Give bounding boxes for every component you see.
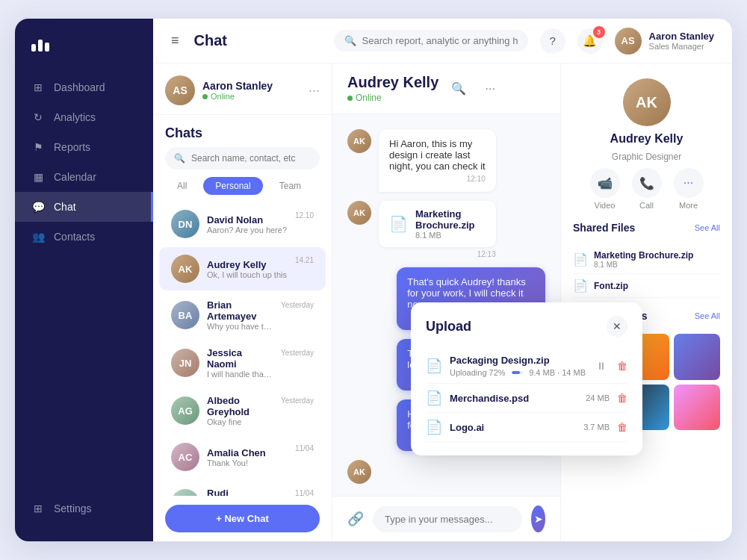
- message-text: Hi Aaron, this is my design i create las…: [389, 138, 486, 172]
- upload-filesize: 3.7 MB: [583, 423, 610, 432]
- shared-images-see-all[interactable]: See All: [695, 311, 720, 320]
- modal-title: Upload: [426, 319, 471, 335]
- file-info: Marketing Brochure.zip 8.1 MB: [415, 208, 486, 240]
- new-chat-button[interactable]: + New Chat: [165, 505, 320, 532]
- list-item[interactable]: JN Jessica Naomi I will handle that Aaro…: [159, 340, 326, 386]
- more-action[interactable]: ··· More: [674, 168, 704, 210]
- call-icon: 📞: [632, 168, 662, 198]
- user-more-button[interactable]: ···: [309, 83, 320, 99]
- notification-button[interactable]: 🔔 3: [577, 28, 603, 54]
- list-item[interactable]: BA Brian Artemayev Why you have that stu…: [159, 292, 326, 338]
- sidebar-item-dashboard[interactable]: ⊞ Dashboard: [15, 72, 153, 102]
- video-icon: 📹: [590, 168, 620, 198]
- sidebar-item-analytics[interactable]: ↻ Analytics: [15, 102, 153, 132]
- chat-tabs: All Personal Team: [153, 177, 332, 195]
- sidebar-bottom: ⊞ Settings: [15, 482, 153, 541]
- chat-item-preview: Ok, I will touch up this: [207, 270, 288, 279]
- upload-sizes: 9.4 MB · 14 MB: [529, 368, 586, 377]
- chat-items-list: DN David Nolan Aaron? Are you here? 12.1…: [153, 201, 332, 496]
- sidebar-item-contacts[interactable]: 👥 Contacts: [15, 222, 153, 252]
- search-input[interactable]: [362, 35, 518, 46]
- chat-item-preview: Okay fine: [207, 417, 273, 426]
- delete-upload-button[interactable]: 🗑: [617, 392, 627, 404]
- contact-actions: 📹 Video 📞 Call ··· More: [590, 168, 704, 210]
- send-button[interactable]: ➤: [531, 505, 545, 532]
- chat-icon: 💬: [31, 200, 45, 214]
- chat-avatar: AC: [171, 443, 199, 471]
- progress-bar-fill: [512, 371, 520, 374]
- sidebar-item-calendar[interactable]: ▦ Calendar: [15, 162, 153, 192]
- shared-image-thumb[interactable]: [674, 385, 720, 431]
- chat-header-actions: 🔍 ···: [447, 78, 501, 100]
- user-text: Aaron Stanley Sales Manager: [649, 31, 714, 51]
- chat-message-input[interactable]: [373, 506, 522, 532]
- upload-item: 📄 Merchandise.psd 24 MB 🗑: [426, 384, 627, 413]
- chat-avatar: BA: [171, 301, 199, 329]
- settings-icon: ⊞: [31, 502, 45, 515]
- shared-image-thumb[interactable]: [674, 334, 720, 380]
- tab-all[interactable]: All: [165, 177, 199, 195]
- contact-name: Audrey Kelly: [610, 132, 684, 146]
- list-item[interactable]: AK Audrey Kelly Ok, I will touch up this…: [159, 247, 326, 290]
- upload-filesize: 24 MB: [586, 393, 610, 402]
- list-item[interactable]: DN David Nolan Aaron? Are you here? 12.1…: [159, 202, 326, 246]
- cancel-upload-button[interactable]: 🗑: [617, 360, 627, 372]
- chat-item-time: 12.10: [295, 211, 314, 220]
- message-bubble: Hi Aaron, this is my design i create las…: [379, 129, 496, 192]
- sidebar-item-chat[interactable]: 💬 Chat: [15, 192, 153, 222]
- more-icon: ···: [674, 168, 704, 198]
- sidebar-item-reports[interactable]: ⚑ Reports: [15, 132, 153, 162]
- chat-user-header: AS Aaron Stanley Online ···: [153, 63, 332, 115]
- upload-file-icon: 📄: [426, 358, 442, 374]
- shared-files-list: 📄 Marketing Brochure.zip 8.1 MB 📄 Font.z…: [573, 246, 720, 298]
- upload-file-icon: 📄: [426, 419, 442, 435]
- sidebar-item-label: Contacts: [54, 231, 95, 243]
- delete-upload-button[interactable]: 🗑: [617, 421, 627, 433]
- more-options-button[interactable]: ···: [479, 78, 501, 100]
- message-content: 📄 Marketing Brochure.zip 8.1 MB 12:13: [379, 201, 496, 258]
- tab-personal[interactable]: Personal: [203, 177, 262, 195]
- modal-close-button[interactable]: ✕: [607, 316, 627, 337]
- message-avatar: AK: [347, 201, 371, 225]
- sidebar-nav: ⊞ Dashboard ↻ Analytics ⚑ Reports ▦ Cale…: [15, 66, 153, 482]
- tab-team[interactable]: Team: [267, 177, 313, 195]
- chat-avatar: RH: [171, 489, 199, 496]
- chat-header: Audrey Kelly Online 🔍 ···: [332, 63, 560, 114]
- message-images: AK: [347, 460, 383, 496]
- chat-item-name: Albedo Greyhold: [207, 395, 273, 417]
- chat-item-info: Amalia Chen Thank You!: [207, 447, 288, 467]
- video-call-action[interactable]: 📹 Video: [590, 168, 620, 210]
- chat-item-time: Yesterday: [281, 349, 314, 357]
- chat-search-input[interactable]: [191, 153, 311, 164]
- shared-file-info: Marketing Brochure.zip 8.1 MB: [594, 250, 693, 269]
- shared-files-title: Shared Files: [573, 222, 635, 234]
- chat-item-preview: I will handle that Aaron, Thanks!: [207, 370, 273, 379]
- call-action[interactable]: 📞 Call: [632, 168, 662, 210]
- user-info: AS Aaron Stanley Sales Manager: [615, 28, 714, 55]
- user-role: Sales Manager: [649, 42, 714, 51]
- chat-avatar: AK: [171, 255, 199, 283]
- status-dot: [347, 96, 353, 101]
- menu-icon[interactable]: ≡: [171, 33, 179, 49]
- contact-avatar: AK: [623, 78, 671, 126]
- pause-upload-button[interactable]: ⏸: [596, 360, 607, 372]
- chat-item-info: Brian Artemayev Why you have that stupid…: [207, 299, 273, 331]
- help-button[interactable]: ?: [540, 28, 565, 54]
- chat-item-name: Rudi Hadisuwarno: [207, 488, 288, 496]
- attach-icon[interactable]: 🔗: [347, 511, 364, 527]
- contacts-icon: 👥: [31, 230, 45, 243]
- list-item[interactable]: RH Rudi Hadisuwarno Woalah pie to ham 11…: [159, 480, 326, 496]
- sidebar-item-settings[interactable]: ⊞ Settings: [31, 494, 137, 523]
- list-item[interactable]: AG Albedo Greyhold Okay fine Yesterday: [159, 388, 326, 434]
- shared-file-name: Marketing Brochure.zip: [594, 250, 693, 261]
- list-item[interactable]: AC Amalia Chen Thank You! 11/04: [159, 435, 326, 479]
- file-name: Marketing Brochure.zip: [415, 208, 486, 231]
- search-chat-button[interactable]: 🔍: [447, 78, 470, 100]
- chat-item-time: Yesterday: [281, 396, 314, 405]
- file-size: 8.1 MB: [415, 231, 486, 240]
- progress-bar-background: [512, 371, 524, 374]
- logo-icon: [31, 40, 49, 52]
- topbar-actions: ? 🔔 3 AS Aaron Stanley Sales Manager: [540, 28, 714, 55]
- shared-files-see-all[interactable]: See All: [695, 223, 720, 232]
- message-time: 12:10: [389, 175, 486, 183]
